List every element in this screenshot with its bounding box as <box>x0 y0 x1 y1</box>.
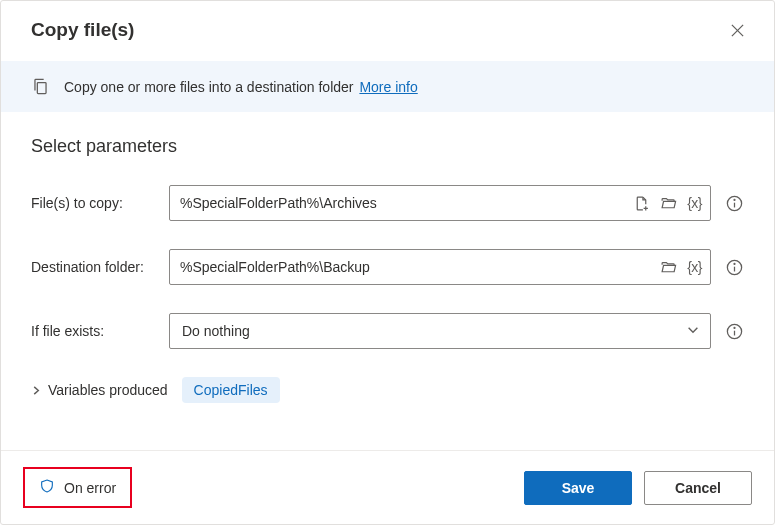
on-error-highlight: On error <box>23 467 132 508</box>
on-error-button[interactable]: On error <box>27 471 128 504</box>
svg-point-5 <box>734 199 735 200</box>
info-banner-text: Copy one or more files into a destinatio… <box>64 79 354 95</box>
dialog-footer: On error Save Cancel <box>1 450 774 524</box>
if-file-exists-value: Do nothing <box>182 323 250 339</box>
files-to-copy-info-icon[interactable] <box>725 194 744 213</box>
browse-folder-icon[interactable] <box>660 259 677 276</box>
destination-folder-input[interactable] <box>180 259 660 275</box>
cancel-button[interactable]: Cancel <box>644 471 752 505</box>
variables-produced-label[interactable]: Variables produced <box>48 382 168 398</box>
copy-icon <box>31 77 50 96</box>
if-file-exists-select[interactable]: Do nothing <box>169 313 711 349</box>
variables-expand-toggle[interactable] <box>31 385 42 396</box>
close-icon <box>730 23 745 41</box>
on-error-label: On error <box>64 480 116 496</box>
destination-folder-info-icon[interactable] <box>725 258 744 277</box>
if-file-exists-info-icon[interactable] <box>725 322 744 341</box>
save-button[interactable]: Save <box>524 471 632 505</box>
variable-picker-icon[interactable]: {x} <box>687 195 702 211</box>
variable-picker-icon[interactable]: {x} <box>687 259 702 275</box>
files-to-copy-row: File(s) to copy: <box>31 185 744 221</box>
destination-folder-label: Destination folder: <box>31 259 169 275</box>
variables-produced-row: Variables produced CopiedFiles <box>31 377 744 403</box>
files-to-copy-label: File(s) to copy: <box>31 195 169 211</box>
dialog-header: Copy file(s) <box>1 1 774 61</box>
dialog-body: Select parameters File(s) to copy: <box>1 112 774 450</box>
browse-folder-icon[interactable] <box>660 195 677 212</box>
more-info-link[interactable]: More info <box>359 79 417 95</box>
svg-point-8 <box>734 263 735 264</box>
copy-files-dialog: Copy file(s) Copy one or more files into… <box>0 0 775 525</box>
variable-chip-copiedfiles[interactable]: CopiedFiles <box>182 377 280 403</box>
destination-folder-input-box: {x} <box>169 249 711 285</box>
files-to-copy-input[interactable] <box>180 195 633 211</box>
section-title: Select parameters <box>31 136 744 157</box>
select-file-icon[interactable] <box>633 195 650 212</box>
info-banner: Copy one or more files into a destinatio… <box>1 61 774 112</box>
files-to-copy-input-box: {x} <box>169 185 711 221</box>
dialog-title: Copy file(s) <box>31 19 134 41</box>
shield-icon <box>39 478 64 497</box>
destination-folder-row: Destination folder: {x} <box>31 249 744 285</box>
if-file-exists-label: If file exists: <box>31 323 169 339</box>
if-file-exists-row: If file exists: Do nothing <box>31 313 744 349</box>
svg-rect-2 <box>37 83 46 94</box>
close-button[interactable] <box>722 17 752 47</box>
svg-point-11 <box>734 327 735 328</box>
chevron-down-icon <box>686 323 700 340</box>
